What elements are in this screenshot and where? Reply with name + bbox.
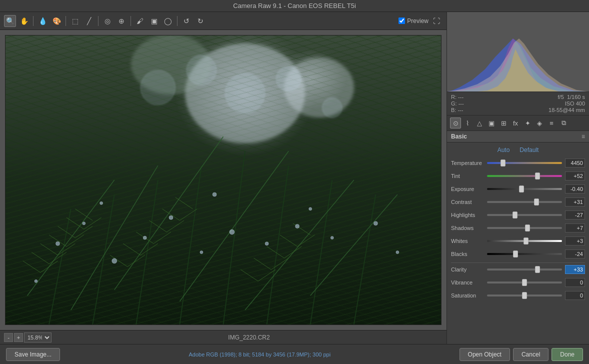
- spot-removal-tool[interactable]: ◎: [102, 15, 114, 27]
- white-balance-tool[interactable]: 💧: [36, 15, 48, 27]
- lens-icon[interactable]: fx: [510, 118, 521, 128]
- blacks-thumb[interactable]: [513, 250, 518, 258]
- saturation-track-container[interactable]: [487, 292, 562, 299]
- preview-label[interactable]: Preview: [407, 18, 428, 24]
- blacks-track-container[interactable]: [487, 250, 562, 258]
- highlights-thumb[interactable]: [512, 212, 518, 218]
- vibrance-value[interactable]: [565, 278, 585, 287]
- blacks-value[interactable]: [565, 250, 585, 258]
- temperature-value[interactable]: [565, 158, 585, 168]
- vibrance-track-container[interactable]: [487, 279, 562, 286]
- separator-4: [130, 16, 131, 26]
- shadows-thumb[interactable]: [525, 224, 530, 232]
- radial-filter-tool[interactable]: ◯: [162, 15, 174, 27]
- color-sampler-tool[interactable]: 🎨: [50, 15, 62, 27]
- slider-row-whites: Whites: [451, 236, 585, 246]
- hand-tool[interactable]: ✋: [18, 15, 30, 27]
- svg-line-17: [23, 261, 40, 272]
- contrast-track: [487, 201, 562, 203]
- effects-icon[interactable]: ✦: [522, 118, 533, 128]
- rotate-ccw-button[interactable]: ↺: [180, 15, 192, 27]
- cancel-button[interactable]: Cancel: [513, 348, 548, 361]
- separator-5: [177, 16, 178, 26]
- save-image-button[interactable]: Save Image...: [6, 348, 60, 361]
- exposure-value[interactable]: [565, 184, 585, 194]
- svg-line-41: [240, 270, 258, 281]
- action-buttons: Open Object Cancel Done: [460, 348, 583, 361]
- svg-point-56: [230, 230, 234, 234]
- contrast-value[interactable]: [565, 198, 585, 206]
- panel-expand-icon[interactable]: ≡: [582, 133, 585, 140]
- split-toning-icon[interactable]: ▣: [486, 118, 497, 128]
- zoom-in-button[interactable]: +: [14, 333, 23, 342]
- hsl-icon[interactable]: △: [474, 118, 485, 128]
- tint-track-container[interactable]: [487, 172, 562, 180]
- temperature-thumb[interactable]: [500, 160, 506, 166]
- vibrance-thumb[interactable]: [522, 279, 527, 286]
- crop-tool[interactable]: ⬚: [69, 15, 81, 27]
- exposure-thumb[interactable]: [519, 186, 524, 192]
- tone-curve-icon[interactable]: ⌇: [462, 118, 473, 128]
- highlights-track-container[interactable]: [487, 212, 562, 218]
- svg-line-25: [49, 252, 66, 264]
- redeye-tool[interactable]: ⊕: [116, 15, 128, 27]
- default-button[interactable]: Default: [520, 146, 538, 154]
- svg-line-48: [284, 246, 302, 258]
- slider-row-highlights: Highlights: [451, 210, 585, 220]
- svg-line-7: [224, 151, 246, 324]
- histogram-svg: [447, 12, 589, 92]
- highlights-value[interactable]: [565, 210, 585, 220]
- snapshots-icon[interactable]: ⧉: [558, 118, 569, 128]
- straighten-tool[interactable]: ╱: [83, 15, 95, 27]
- open-object-button[interactable]: Open Object: [460, 348, 510, 361]
- slider-row-exposure: Exposure: [451, 184, 585, 194]
- g-value: G: ---: [451, 100, 464, 106]
- graduated-filter-tool[interactable]: ▣: [148, 15, 160, 27]
- info-bar: R: --- G: --- B: --- f/5 1/160 s ISO 400…: [447, 92, 589, 116]
- toolbar: 🔍 ✋ 💧 🎨 ⬚ ╱ ◎ ⊕ 🖌 ▣ ◯ ↺ ↻ Preview ⛶: [0, 12, 446, 30]
- histogram-canvas: [447, 12, 589, 92]
- rotate-cw-button[interactable]: ↻: [194, 15, 206, 27]
- svg-line-29: [84, 218, 102, 229]
- basic-panel-icon[interactable]: ⊙: [450, 118, 461, 128]
- section-separator: [451, 262, 585, 263]
- camera-calibration-icon[interactable]: ◈: [534, 118, 545, 128]
- zoom-out-button[interactable]: -: [4, 333, 13, 342]
- status-text[interactable]: Adobe RGB (1998); 8 bit; 5184 by 3456 (1…: [60, 352, 460, 358]
- zoom-select[interactable]: 15.8% ▾ 25% 50% 100%: [24, 332, 52, 342]
- svg-line-16: [310, 194, 398, 296]
- detail-icon[interactable]: ⊞: [498, 118, 509, 128]
- separator-2: [66, 16, 66, 26]
- clarity-track-container[interactable]: [487, 266, 562, 273]
- whites-thumb[interactable]: [524, 238, 528, 244]
- adjustment-brush-tool[interactable]: 🖌: [134, 15, 146, 27]
- done-button[interactable]: Done: [552, 348, 583, 361]
- shadows-track-container[interactable]: [487, 224, 562, 232]
- svg-line-33: [149, 220, 166, 232]
- svg-point-63: [374, 222, 378, 226]
- temperature-track-container[interactable]: [487, 160, 562, 166]
- preview-checkbox[interactable]: [398, 18, 405, 24]
- presets-icon[interactable]: ≡: [546, 118, 557, 128]
- svg-line-8: [267, 166, 289, 324]
- exposure-track-container[interactable]: [487, 186, 562, 192]
- whites-track-container[interactable]: [487, 238, 562, 244]
- saturation-value[interactable]: [565, 291, 585, 300]
- preview-check[interactable]: Preview: [398, 18, 428, 24]
- contrast-track-container[interactable]: [487, 198, 562, 206]
- clarity-thumb[interactable]: [535, 266, 540, 273]
- tint-value[interactable]: [565, 172, 585, 180]
- saturation-thumb[interactable]: [522, 292, 527, 299]
- contrast-thumb[interactable]: [534, 198, 539, 206]
- whites-value[interactable]: [565, 236, 585, 246]
- tint-thumb[interactable]: [535, 172, 540, 180]
- full-screen-button[interactable]: ⛶: [430, 15, 442, 27]
- svg-point-70: [140, 70, 176, 105]
- whites-label: Whites: [451, 238, 487, 244]
- contrast-label: Contrast: [451, 199, 487, 205]
- svg-point-58: [296, 224, 300, 228]
- shadows-value[interactable]: [565, 224, 585, 232]
- zoom-tool[interactable]: 🔍: [4, 15, 16, 27]
- auto-button[interactable]: Auto: [498, 146, 510, 154]
- clarity-value[interactable]: [565, 265, 585, 274]
